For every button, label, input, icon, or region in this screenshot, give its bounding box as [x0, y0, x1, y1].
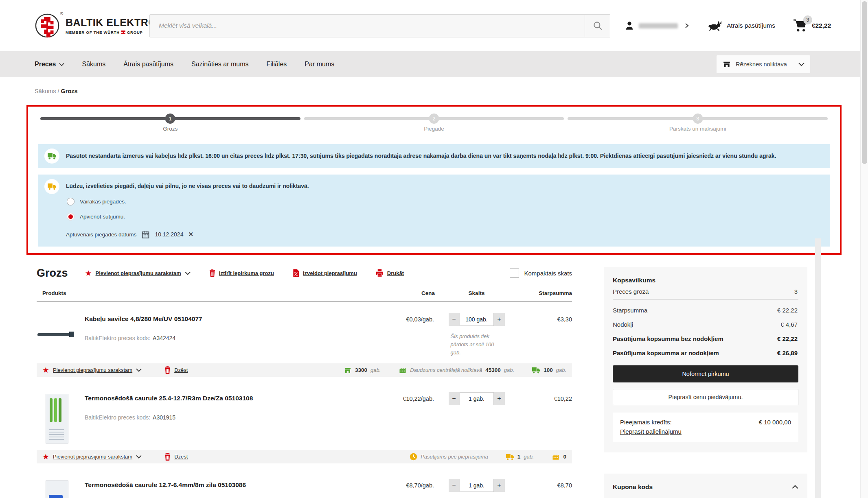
step-label: Piegāde [304, 126, 564, 132]
highlight-annotation: 1 Grozs 2 Piegāde 3 Pārskats un maksājum… [26, 105, 842, 255]
chevron-up-icon [792, 485, 798, 489]
main-nav: Preces Sākums Ātrais pasūtījums Sazināti… [0, 51, 868, 77]
breadcrumb-current: Grozs [61, 88, 77, 94]
credit-row: Pieejamais kredīts: € 10 000,00 [620, 419, 791, 426]
incoming-truck-badge: 100 gab. [532, 367, 566, 374]
percent-document-icon [293, 269, 299, 277]
product-image[interactable] [37, 391, 77, 443]
page-scrollbar[interactable] [860, 0, 868, 498]
quick-order-link[interactable]: Ātrais pasūtījums [708, 20, 775, 31]
action-label: Drukāt [387, 270, 404, 276]
compact-view-checkbox[interactable] [510, 269, 519, 278]
action-label: Dzēst [174, 454, 188, 460]
star-icon: ★ [42, 366, 49, 374]
compact-view-toggle[interactable]: Kompaktais skats [510, 269, 572, 278]
qty-decrease-button[interactable]: − [449, 313, 460, 326]
clear-cart-action[interactable]: Iztīrīt iepirkuma grozu [209, 269, 274, 277]
star-icon: ★ [42, 453, 49, 461]
coupon-title: Kupona kods [613, 483, 653, 491]
breadcrumb-home[interactable]: Sākums [35, 88, 56, 94]
print-action[interactable]: Drukāt [376, 269, 404, 277]
row-subtotal: €8,70 [518, 478, 572, 498]
nav-item-sazinaties[interactable]: Sazināties ar mums [191, 61, 249, 68]
warehouse-label: Rēzeknes noliktava [736, 61, 794, 68]
product-name[interactable]: Kabeļu savilce 4,8/280 Me/UV 05104077 [85, 312, 366, 323]
breadcrumb: Sākums / Grozs [0, 77, 868, 103]
close-icon[interactable]: ✕ [188, 231, 193, 238]
nav-item-preces[interactable]: Preces [35, 61, 64, 68]
quantity-input[interactable]: 1 gab. [460, 392, 494, 405]
header: ® BALTIK ELEKTRO MEMBER OF THE WÜRTH GRO… [0, 0, 868, 51]
quick-order-label: Ātrais pasūtījums [727, 22, 775, 29]
trash-icon [209, 269, 215, 277]
nav-label: Preces [35, 61, 56, 68]
product-info: Termonosēdošā caurule 25.4-12.7/R3m Dze/… [85, 391, 366, 443]
add-to-request-list-action[interactable]: ★ Pievienot pieprasījumu sarakstam [85, 269, 191, 277]
summary-value: € 22,22 [777, 307, 798, 314]
radio-merge-shipment[interactable] [67, 213, 75, 221]
calendar-icon [141, 230, 150, 239]
quantity-input[interactable]: 100 gab. [460, 313, 494, 326]
minicart[interactable]: 3 €22,22 [793, 19, 831, 33]
inner-scrollbar-track[interactable] [815, 238, 821, 498]
nav-item-filiales[interactable]: Filiāles [267, 61, 287, 68]
breadcrumb-separator: / [57, 88, 59, 94]
delivery-cutoff-notice: Pasūtot nestandarta izmērus vai kabeļus … [38, 144, 830, 168]
qty-increase-button[interactable]: + [494, 313, 505, 326]
brand-tagline: MEMBER OF THE WÜRTH GROUP [66, 30, 156, 35]
product-image[interactable] [37, 312, 77, 357]
coupon-header[interactable]: Kupona kods [613, 483, 798, 491]
row-footer: ★ Pievienot pieprasījumu sarakstam Dzēst [37, 363, 572, 377]
create-request-action[interactable]: Izveidot pieprasījumu [293, 269, 357, 277]
user-icon [624, 20, 635, 31]
nav-item-par-mums[interactable]: Par mums [305, 61, 334, 68]
qty-decrease-button[interactable]: − [449, 479, 460, 492]
qty-increase-button[interactable]: + [494, 392, 505, 405]
request-increase-link[interactable]: Pieprasīt palielinājumu [620, 428, 682, 435]
quantity-cell: − 1 gab. + [435, 391, 518, 443]
cart-count-badge: 3 [803, 15, 812, 24]
nav-item-sakums[interactable]: Sākums [82, 61, 106, 68]
row-add-to-request-list[interactable]: ★ Pievienot pieprasījumu sarakstam [42, 366, 142, 374]
choose-delivery-notice: Lūdzu, izvēlieties piegādi, daļēju vai p… [38, 175, 830, 247]
tagline-left: MEMBER OF THE WÜRTH [66, 30, 120, 35]
request-quote-button[interactable]: Pieprasīt cenu piedāvājumu. [613, 389, 798, 405]
account-menu[interactable] [624, 20, 689, 31]
available-credit-card: Pieejamais kredīts: € 10 000,00 Pieprasī… [613, 413, 798, 442]
search-icon [592, 20, 603, 31]
brand-logo[interactable]: ® BALTIK ELEKTRO MEMBER OF THE WÜRTH GRO… [35, 13, 136, 38]
search-button[interactable] [585, 15, 610, 37]
checkout-button[interactable]: Noformēt pirkumu [613, 365, 798, 382]
row-delete[interactable]: Dzēst [164, 366, 188, 374]
coupon-panel: Kupona kods Piemērot kupona kodu [604, 474, 807, 498]
product-name[interactable]: Termonosēdošā caurule 12.7-6.4mm/8m zila… [85, 478, 366, 489]
radio-merge-label: Apvienot sūtījumu. [80, 214, 125, 220]
product-name[interactable]: Termonosēdošā caurule 25.4-12.7/R3m Dze/… [85, 391, 366, 402]
qty-increase-button[interactable]: + [494, 479, 505, 492]
nav-item-atrais-pasutijums[interactable]: Ātrais pasūtījums [123, 61, 173, 68]
qty-decrease-button[interactable]: − [449, 392, 460, 405]
table-header: Produkts Cena Skaits Starpsumma [37, 290, 572, 301]
compact-view-label: Kompaktais skats [524, 270, 572, 277]
warehouse-selector[interactable]: Rēzeknes noliktava [717, 55, 810, 73]
step-label: Pārskats un maksājumi [568, 126, 828, 132]
summary-value: € 26,89 [777, 349, 798, 356]
product-info: Kabeļu savilce 4,8/280 Me/UV 05104077 Ba… [85, 312, 366, 357]
summary-label: Starpsumma [613, 307, 647, 314]
radio-multiple-label: Vairākas piegādes. [80, 199, 126, 205]
scrollbar-thumb[interactable] [862, 1, 867, 164]
row-add-to-request-list[interactable]: ★ Pievienot pieprasījumu sarakstam [42, 453, 142, 461]
stock-value: 3300 [355, 367, 367, 373]
radio-multiple-deliveries[interactable] [67, 198, 75, 205]
truck-value: 100 [544, 367, 553, 373]
quantity-stepper: − 1 gab. + [449, 392, 505, 405]
summary-label: Pasūtījuma kopsumma bez nodokļiem [613, 335, 723, 342]
product-image[interactable] [37, 478, 77, 498]
quantity-cell: − 1 gab. + [435, 478, 518, 498]
quantity-input[interactable]: 1 gab. [460, 479, 494, 492]
row-subtotal: €10,22 [518, 391, 572, 443]
search-input[interactable] [150, 15, 585, 37]
step-note: Šis produkts tiek pārdots ar soli 100 ga… [451, 332, 503, 357]
heat-shrink-pack-image [46, 394, 68, 443]
row-delete[interactable]: Dzēst [164, 453, 188, 461]
